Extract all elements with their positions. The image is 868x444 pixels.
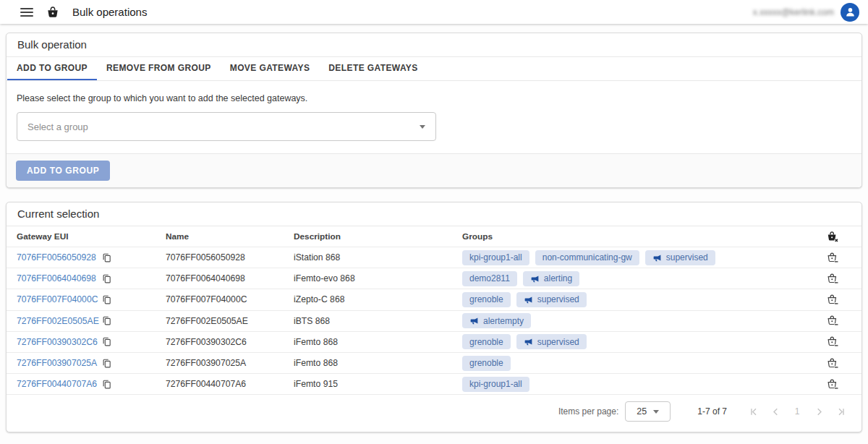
topbar: Bulk operations x.xxxxx@kerlink.com: [0, 0, 868, 24]
group-chip[interactable]: grenoble: [462, 334, 511, 349]
pagination-range: 1-7 of 7: [697, 406, 727, 417]
group-chip-label: grenoble: [469, 358, 503, 368]
group-chip[interactable]: grenoble: [462, 292, 511, 307]
items-per-page-select[interactable]: 25: [625, 401, 671, 422]
bulk-operation-tab[interactable]: REMOVE FROM GROUP: [97, 57, 221, 80]
gateway-eui-link[interactable]: 7276FF00390302C6: [17, 337, 101, 347]
user-email: x.xxxxx@kerlink.com: [753, 7, 834, 17]
megaphone-icon: [524, 337, 533, 346]
basket-remove-icon[interactable]: [826, 314, 840, 328]
megaphone-icon: [530, 274, 540, 283]
group-chips: kpi-group1-all: [462, 377, 814, 392]
copy-icon[interactable]: [101, 273, 112, 284]
gateway-eui-link[interactable]: 7076FF0056050928: [17, 252, 101, 262]
add-to-group-button[interactable]: ADD TO GROUP: [16, 161, 110, 181]
person-icon: [844, 6, 856, 18]
group-chip-label: supervised: [666, 252, 708, 262]
copy-icon[interactable]: [101, 252, 112, 263]
group-chips: grenoble supervised: [462, 334, 814, 349]
bulk-operation-title: Bulk operation: [17, 38, 87, 51]
current-selection-card: Current selection Gateway EUI Name Descr…: [6, 202, 862, 432]
basket-remove-icon[interactable]: [826, 377, 840, 391]
gateway-name: 7276FF00440707A6: [166, 379, 294, 389]
group-chip[interactable]: grenoble: [462, 356, 511, 371]
gateway-eui-link[interactable]: 7276FF003907025A: [17, 358, 101, 368]
first-page-icon[interactable]: [743, 406, 765, 418]
current-page-number: 1: [786, 406, 808, 417]
group-chip[interactable]: alertempty: [462, 313, 531, 328]
group-chip[interactable]: supervised: [516, 292, 587, 307]
basket-remove-icon[interactable]: [826, 335, 840, 349]
basket-remove-icon[interactable]: [826, 272, 840, 286]
gateway-description: iBTS 868: [294, 316, 462, 326]
group-chip-label: supervised: [537, 294, 579, 304]
megaphone-icon: [652, 253, 662, 262]
basket-remove-icon[interactable]: [826, 357, 840, 370]
group-chip-label: non-communicating-gw: [542, 252, 632, 262]
basket-icon[interactable]: [46, 5, 60, 20]
bulk-operation-footer: ADD TO GROUP: [7, 153, 861, 187]
items-per-page-label: Items per page:: [558, 406, 618, 417]
gateway-name: 7076FF0056050928: [166, 252, 294, 262]
group-chip-label: alerting: [544, 273, 572, 283]
megaphone-icon: [524, 295, 533, 304]
basket-remove-all-icon[interactable]: [826, 230, 840, 244]
group-chips: demo2811 alerting: [462, 271, 814, 286]
last-page-icon[interactable]: [830, 406, 851, 418]
current-selection-title: Current selection: [17, 208, 99, 220]
basket-remove-icon[interactable]: [826, 251, 840, 265]
group-chip[interactable]: kpi-group1-all: [462, 250, 529, 265]
group-chip[interactable]: demo2811: [462, 271, 517, 286]
pager: 1: [743, 406, 851, 418]
page-title: Bulk operations: [72, 6, 147, 18]
group-chip[interactable]: kpi-group1-all: [462, 377, 529, 392]
gateway-eui-link[interactable]: 7076FF007F04000C: [17, 294, 101, 304]
group-chip[interactable]: non-communicating-gw: [535, 250, 639, 265]
table-row: 7076FF0064040698 7076FF0064040698 iFemto…: [7, 268, 861, 289]
col-name: Name: [166, 231, 294, 242]
gateway-description: iFemto-evo 868: [294, 273, 462, 283]
bulk-operation-card: Bulk operation ADD TO GROUPREMOVE FROM G…: [6, 33, 862, 188]
gateway-eui-link[interactable]: 7076FF0064040698: [17, 273, 101, 283]
group-chip[interactable]: supervised: [516, 334, 587, 349]
group-chips: grenoble supervised: [462, 292, 814, 307]
gateway-description: iFemto 868: [294, 337, 462, 347]
bulk-operation-tab[interactable]: DELETE GATEWAYS: [319, 57, 427, 80]
copy-icon[interactable]: [101, 294, 112, 305]
gateway-description: iFemto 868: [294, 358, 462, 368]
prev-page-icon[interactable]: [765, 406, 786, 418]
col-gateway-eui: Gateway EUI: [17, 231, 166, 242]
copy-icon[interactable]: [101, 358, 112, 369]
bulk-operation-card-header: Bulk operation: [7, 33, 861, 57]
group-chip-label: alertempty: [483, 316, 524, 326]
table-row: 7076FF0056050928 7076FF0056050928 iStati…: [7, 247, 861, 268]
copy-icon[interactable]: [101, 336, 112, 347]
table-row: 7076FF007F04000C 7076FF007F04000C iZepto…: [7, 289, 861, 310]
col-description: Description: [294, 231, 462, 242]
bulk-operation-tab[interactable]: ADD TO GROUP: [7, 57, 97, 80]
group-chip-label: kpi-group1-all: [469, 252, 522, 262]
table-row: 7276FF00440707A6 7276FF00440707A6 iFemto…: [7, 374, 861, 395]
copy-icon[interactable]: [101, 315, 112, 326]
copy-icon[interactable]: [101, 379, 112, 390]
group-select-placeholder: Select a group: [27, 121, 88, 132]
gateway-description: iStation 868: [294, 252, 462, 262]
group-select[interactable]: Select a group: [17, 112, 436, 141]
basket-remove-icon[interactable]: [826, 293, 840, 307]
table-row: 7276FF002E0505AE 7276FF002E0505AE iBTS 8…: [7, 311, 861, 332]
caret-down-icon: [420, 125, 425, 129]
add-to-group-panel: Please select the group to which you wan…: [7, 81, 861, 153]
group-chip[interactable]: supervised: [645, 250, 715, 265]
bulk-operation-tab[interactable]: MOVE GATEWAYS: [221, 57, 320, 80]
gateway-eui-link[interactable]: 7276FF00440707A6: [17, 379, 101, 389]
table-header: Gateway EUI Name Description Groups: [7, 226, 861, 247]
items-per-page-value: 25: [637, 406, 647, 417]
gateway-description: iZepto-C 868: [294, 294, 462, 304]
group-chip[interactable]: alerting: [523, 271, 579, 286]
group-chip-label: demo2811: [469, 273, 510, 283]
next-page-icon[interactable]: [808, 406, 830, 418]
user-avatar[interactable]: [841, 3, 859, 22]
menu-icon[interactable]: [20, 8, 33, 17]
instruction-text: Please select the group to which you wan…: [17, 93, 851, 103]
gateway-eui-link[interactable]: 7276FF002E0505AE: [17, 316, 101, 326]
